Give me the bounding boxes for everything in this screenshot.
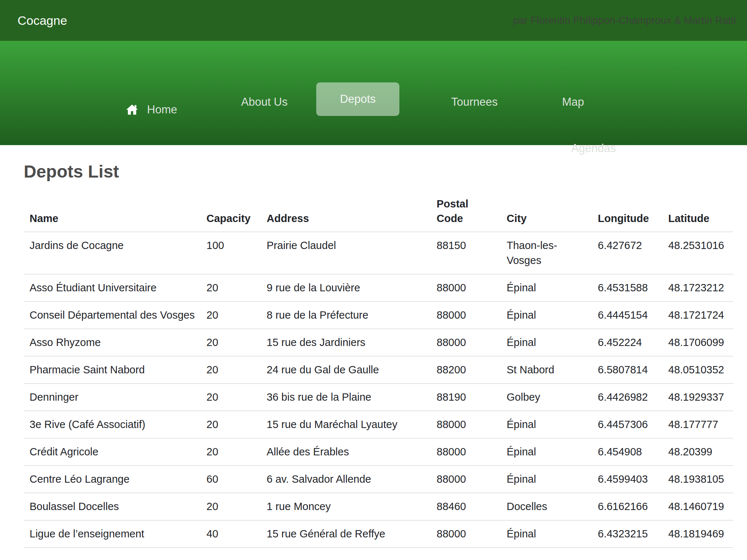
cell-longitude: 6.4426982 <box>592 384 662 411</box>
header-row: Name Capacity Address Postal Code City L… <box>24 193 733 232</box>
cell-address: 9 rue de la Louvière <box>261 274 431 302</box>
table-row: Denninger 20 36 bis rue de la Plaine 881… <box>24 384 733 411</box>
cell-city: Épinal <box>501 302 592 329</box>
app-brand[interactable]: Cocagne <box>18 13 67 28</box>
cell-latitude: 48.1460719 <box>662 493 733 520</box>
cell-address: Prairie Claudel <box>261 232 431 274</box>
cell-postal-code: 88460 <box>431 493 501 520</box>
authors-byline: par Florentin Philippon-Champroux & Mart… <box>513 15 736 26</box>
cell-latitude: 48.1721724 <box>662 302 733 329</box>
cell-name: Centre Léo Lagrange <box>24 466 201 493</box>
cell-postal-code: 88000 <box>431 438 501 466</box>
table-row: Boulassel Docelles 20 1 rue Moncey 88460… <box>24 493 733 520</box>
cell-name: Crédit Agricole <box>24 438 201 466</box>
cell-capacity: 20 <box>201 493 261 520</box>
cell-latitude: 48.2531016 <box>662 232 733 274</box>
cell-name: Ligue de l’enseignement <box>24 520 201 548</box>
column-header-longitude: Longitude <box>592 193 662 232</box>
depots-table: Name Capacity Address Postal Code City L… <box>24 193 733 548</box>
cell-name: Asso Rhyzome <box>24 329 201 356</box>
cell-address: Allée des Érables <box>261 438 431 466</box>
nav-item-map[interactable]: Map <box>562 95 584 109</box>
cell-capacity: 40 <box>201 520 261 548</box>
column-header-address: Address <box>261 193 431 232</box>
cell-city: Docelles <box>501 493 592 520</box>
cell-latitude: 48.1938105 <box>662 466 733 493</box>
table-row: Jardins de Cocagne 100 Prairie Claudel 8… <box>24 232 733 274</box>
table-row: Asso Rhyzome 20 15 rue des Jardiniers 88… <box>24 329 733 356</box>
cell-name: Conseil Départemental des Vosges <box>24 302 201 329</box>
cell-city: Épinal <box>501 274 592 302</box>
table-row: Pharmacie Saint Nabord 20 24 rue du Gal … <box>24 356 733 384</box>
cell-name: Jardins de Cocagne <box>24 232 201 274</box>
cell-latitude: 48.0510352 <box>662 356 733 384</box>
cell-latitude: 48.1819469 <box>662 520 733 548</box>
depots-table-header: Name Capacity Address Postal Code City L… <box>24 193 733 232</box>
table-row: Asso Étudiant Universitaire 20 9 rue de … <box>24 274 733 302</box>
cell-capacity: 60 <box>201 466 261 493</box>
column-header-latitude: Latitude <box>662 193 733 232</box>
cell-postal-code: 88000 <box>431 274 501 302</box>
nav-item-tournees[interactable]: Tournees <box>451 95 498 109</box>
cell-name: Pharmacie Saint Nabord <box>24 356 201 384</box>
column-header-city: City <box>501 193 592 232</box>
cell-postal-code: 88000 <box>431 520 501 548</box>
cell-city: Thaon-les-Vosges <box>501 232 592 274</box>
table-row: Centre Léo Lagrange 60 6 av. Salvador Al… <box>24 466 733 493</box>
cell-address: 15 rue Général de Reffye <box>261 520 431 548</box>
column-header-name: Name <box>24 193 201 232</box>
cell-longitude: 6.4599403 <box>592 466 662 493</box>
cell-longitude: 6.4457306 <box>592 411 662 438</box>
cell-address: 15 rue des Jardiniers <box>261 329 431 356</box>
cell-city: Épinal <box>501 411 592 438</box>
cell-city: St Nabord <box>501 356 592 384</box>
cell-capacity: 20 <box>201 329 261 356</box>
cell-longitude: 6.4445154 <box>592 302 662 329</box>
cell-postal-code: 88000 <box>431 466 501 493</box>
column-header-capacity: Capacity <box>201 193 261 232</box>
cell-postal-code: 88000 <box>431 302 501 329</box>
cell-name: Asso Étudiant Universitaire <box>24 274 201 302</box>
cell-name: 3e Rive (Café Associatif) <box>24 411 201 438</box>
cell-latitude: 48.1929337 <box>662 384 733 411</box>
table-row: 3e Rive (Café Associatif) 20 15 rue du M… <box>24 411 733 438</box>
cell-name: Denninger <box>24 384 201 411</box>
cell-city: Golbey <box>501 384 592 411</box>
cell-latitude: 48.1723212 <box>662 274 733 302</box>
cell-capacity: 20 <box>201 302 261 329</box>
main-nav: Home About Us Depots Tournees Map Agenda… <box>0 41 747 145</box>
cell-capacity: 20 <box>201 356 261 384</box>
cell-capacity: 20 <box>201 384 261 411</box>
cell-latitude: 48.1706099 <box>662 329 733 356</box>
cell-capacity: 20 <box>201 411 261 438</box>
cell-address: 36 bis rue de la Plaine <box>261 384 431 411</box>
cell-address: 6 av. Salvador Allende <box>261 466 431 493</box>
cell-longitude: 6.4531588 <box>592 274 662 302</box>
nav-item-depots-active[interactable]: Depots <box>316 82 399 116</box>
cell-city: Épinal <box>501 520 592 548</box>
nav-item-about-us[interactable]: About Us <box>241 95 288 109</box>
cell-name: Boulassel Docelles <box>24 493 201 520</box>
table-row: Crédit Agricole 20 Allée des Érables 880… <box>24 438 733 466</box>
cell-postal-code: 88000 <box>431 329 501 356</box>
cell-latitude: 48.20399 <box>662 438 733 466</box>
nav-item-home[interactable]: Home <box>125 103 177 117</box>
table-row: Ligue de l’enseignement 40 15 rue Généra… <box>24 520 733 548</box>
cell-address: 1 rue Moncey <box>261 493 431 520</box>
cell-postal-code: 88150 <box>431 232 501 274</box>
cell-postal-code: 88190 <box>431 384 501 411</box>
cell-capacity: 20 <box>201 274 261 302</box>
top-header: Cocagne par Florentin Philippon-Champrou… <box>0 0 747 41</box>
nav-item-home-label: Home <box>147 103 177 116</box>
cell-longitude: 6.4323215 <box>592 520 662 548</box>
cell-longitude: 6.6162166 <box>592 493 662 520</box>
cell-longitude: 6.427672 <box>592 232 662 274</box>
column-header-postal-code: Postal Code <box>431 193 501 232</box>
cell-city: Épinal <box>501 329 592 356</box>
cell-address: 15 rue du Maréchal Lyautey <box>261 411 431 438</box>
cell-latitude: 48.177777 <box>662 411 733 438</box>
table-row: Conseil Départemental des Vosges 20 8 ru… <box>24 302 733 329</box>
cell-postal-code: 88200 <box>431 356 501 384</box>
cell-city: Épinal <box>501 466 592 493</box>
main-content: Depots List Name Capacity Address Postal… <box>0 145 747 548</box>
